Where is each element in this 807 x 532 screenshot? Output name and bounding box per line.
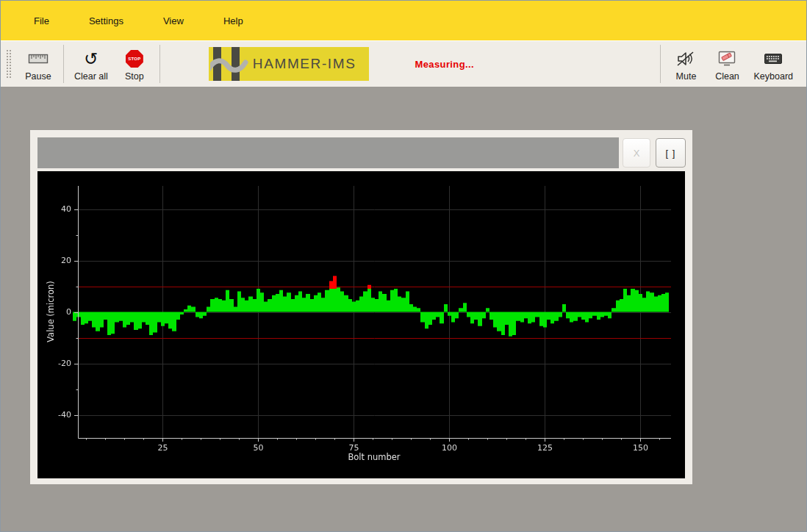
- keyboard-label: Keyboard: [753, 71, 793, 82]
- bolt-value-chart: Value (micron) Bolt number 2550751001251…: [37, 171, 685, 478]
- panel-close-button[interactable]: X: [623, 138, 650, 168]
- toolbar: Pause ↺ Clear all STOP Stop HAMMER-IMS: [1, 40, 806, 87]
- workspace: X [ ] Value (micron) Bolt number 2550751…: [1, 88, 806, 531]
- menu-view[interactable]: View: [152, 11, 195, 31]
- mute-speaker-icon: [676, 49, 695, 68]
- toolbar-separator: [63, 45, 64, 83]
- keyboard-button[interactable]: Keyboard: [747, 45, 799, 83]
- panel-maximize-button[interactable]: [ ]: [656, 138, 686, 168]
- clean-screen-icon: [717, 49, 736, 68]
- stop-sign-text: STOP: [126, 50, 143, 68]
- stop-sign-icon: STOP: [126, 49, 143, 68]
- stop-button[interactable]: STOP Stop: [114, 45, 155, 83]
- toolbar-separator: [660, 45, 661, 83]
- clean-button[interactable]: Clean: [706, 45, 747, 83]
- clear-all-button[interactable]: ↺ Clear all: [68, 45, 114, 83]
- y-tick-label: -20: [37, 359, 71, 368]
- pause-button[interactable]: Pause: [18, 45, 59, 83]
- stop-label: Stop: [125, 71, 144, 82]
- hammer-ims-logo: HAMMER-IMS: [209, 47, 370, 81]
- x-tick-label: 150: [633, 443, 648, 453]
- x-tick-label: 25: [157, 443, 168, 453]
- mute-button[interactable]: Mute: [665, 45, 706, 83]
- x-axis-label: Bolt number: [348, 452, 400, 462]
- menu-file[interactable]: File: [23, 11, 60, 31]
- hammer-ims-logo-mark: [210, 47, 248, 81]
- ruler-icon: [28, 49, 49, 68]
- y-tick-label: 40: [37, 204, 71, 214]
- menu-settings[interactable]: Settings: [78, 11, 134, 31]
- panel-title-bar[interactable]: [37, 137, 619, 168]
- app-window: File Settings View Help Pause: [0, 0, 807, 532]
- undo-arrow-icon: ↺: [84, 49, 98, 68]
- x-tick-label: 75: [348, 443, 359, 453]
- logo-text: HAMMER-IMS: [253, 56, 356, 72]
- x-tick-label: 125: [537, 443, 553, 453]
- y-tick-label: 20: [37, 256, 71, 265]
- toolbar-separator: [159, 45, 160, 83]
- pause-label: Pause: [25, 71, 51, 82]
- mute-label: Mute: [676, 71, 697, 82]
- chart-canvas: [37, 171, 685, 478]
- y-tick-label: -40: [37, 410, 71, 420]
- chart-panel: X [ ] Value (micron) Bolt number 2550751…: [30, 130, 692, 484]
- toolbar-grip[interactable]: [5, 48, 12, 79]
- clear-all-label: Clear all: [74, 71, 108, 82]
- x-tick-label: 100: [442, 443, 457, 453]
- measuring-status: Measuring...: [415, 59, 474, 70]
- menu-bar: File Settings View Help: [1, 1, 806, 40]
- y-tick-label: 0: [37, 307, 71, 317]
- keyboard-icon: [764, 49, 782, 68]
- clean-label: Clean: [715, 71, 739, 82]
- menu-help[interactable]: Help: [212, 11, 254, 31]
- x-tick-label: 50: [253, 443, 263, 453]
